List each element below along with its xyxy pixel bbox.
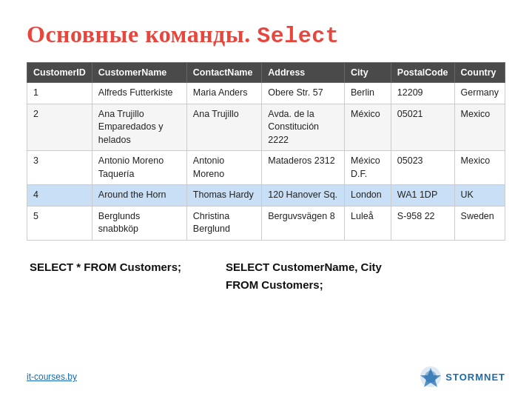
table-cell: 1: [27, 83, 92, 104]
sql-query-2-line1: SELECT CustomerName, City: [226, 258, 382, 276]
table-cell: London: [345, 185, 391, 207]
customers-table: CustomerID CustomerName ContactName Addr…: [27, 62, 505, 241]
footer: it-courses.by STORMNET: [27, 365, 505, 389]
table-cell: 120 Hanover Sq.: [262, 185, 345, 207]
table-header-row: CustomerID CustomerName ContactName Addr…: [27, 63, 505, 83]
table-cell: Luleå: [345, 206, 391, 240]
table-cell: Ana Trujillo: [186, 104, 261, 151]
table-row: 3Antonio Moreno TaqueríaAntonio MorenoMa…: [27, 151, 505, 185]
table-cell: México: [345, 104, 391, 151]
table-cell: Avda. de la Constitución 2222: [262, 104, 345, 151]
table-cell: Around the Horn: [92, 185, 186, 207]
table-cell: Germany: [454, 83, 505, 104]
table-cell: 05023: [391, 151, 454, 185]
logo-icon: [419, 365, 442, 389]
page-container: Основные команды. Select CustomerID Cust…: [0, 0, 532, 309]
table-cell: Berglunds snabbköp: [92, 206, 186, 240]
table-cell: 12209: [391, 83, 454, 104]
table-row: 5Berglunds snabbköpChristina BerglundBer…: [27, 206, 505, 240]
table-cell: Mataderos 2312: [262, 151, 345, 185]
table-cell: Maria Anders: [186, 83, 261, 104]
sql-query-2-line2: FROM Customers;: [226, 276, 382, 294]
sql-query-1: SELECT * FROM Customers;: [30, 258, 181, 294]
logo-text: STORMNET: [445, 372, 505, 383]
table-cell: 4: [27, 185, 92, 207]
table-cell: 05021: [391, 104, 454, 151]
table-cell: S-958 22: [391, 206, 454, 240]
table-cell: UK: [454, 185, 505, 207]
table-cell: Christina Berglund: [186, 206, 261, 240]
footer-logo: STORMNET: [419, 365, 505, 389]
sql-query-2: SELECT CustomerName, City FROM Customers…: [226, 258, 382, 294]
footer-link[interactable]: it-courses.by: [27, 372, 77, 382]
col-header-address: Address: [262, 63, 345, 83]
sql-section: SELECT * FROM Customers; SELECT Customer…: [27, 258, 505, 294]
col-header-postalcode: PostalCode: [391, 63, 454, 83]
table-cell: Ana Trujillo Emparedados y helados: [92, 104, 186, 151]
table-row: 1Alfreds FutterkisteMaria AndersObere St…: [27, 83, 505, 104]
col-header-customerid: CustomerID: [27, 63, 92, 83]
table-row: 2Ana Trujillo Emparedados y heladosAna T…: [27, 104, 505, 151]
table-cell: Alfreds Futterkiste: [92, 83, 186, 104]
table-cell: Berlin: [345, 83, 391, 104]
table-cell: Obere Str. 57: [262, 83, 345, 104]
table-cell: 3: [27, 151, 92, 185]
col-header-city: City: [345, 63, 391, 83]
table-cell: Mexico: [454, 104, 505, 151]
table-cell: 5: [27, 206, 92, 240]
title-prefix: Основные команды.: [27, 21, 251, 47]
table-cell: México D.F.: [345, 151, 391, 185]
col-header-country: Country: [454, 63, 505, 83]
table-cell: Antonio Moreno: [186, 151, 261, 185]
table-cell: Antonio Moreno Taquería: [92, 151, 186, 185]
title-code: Select: [257, 24, 339, 49]
table-cell: 2: [27, 104, 92, 151]
col-header-customername: CustomerName: [92, 63, 186, 83]
table-cell: Mexico: [454, 151, 505, 185]
sql-query-1-text: SELECT * FROM Customers;: [30, 261, 181, 273]
table-cell: Thomas Hardy: [186, 185, 261, 207]
table-cell: WA1 1DP: [391, 185, 454, 207]
page-title: Основные команды. Select: [27, 21, 505, 49]
table-row: 4Around the HornThomas Hardy120 Hanover …: [27, 185, 505, 207]
col-header-contactname: ContactName: [186, 63, 261, 83]
table-cell: Sweden: [454, 206, 505, 240]
table-cell: Berguvsvägen 8: [262, 206, 345, 240]
